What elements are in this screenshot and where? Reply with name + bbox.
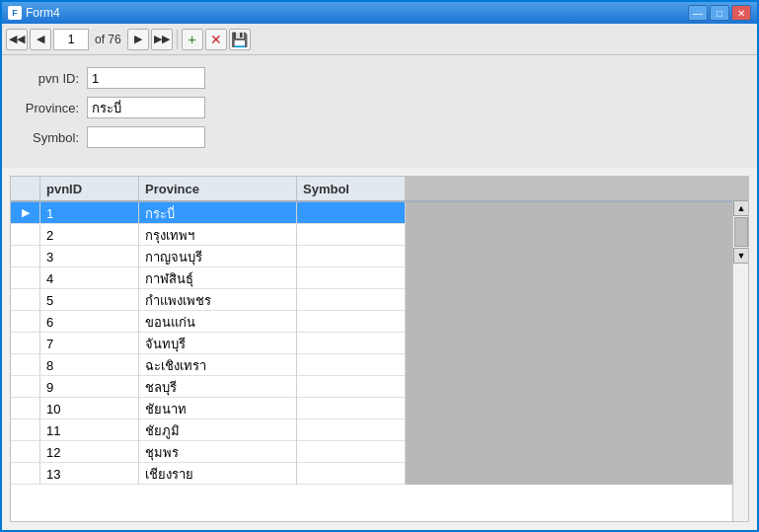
toolbar-separator xyxy=(177,30,178,49)
close-button[interactable]: ✕ xyxy=(731,5,751,21)
cell-rest xyxy=(406,354,748,376)
cell-province: กาญจนบุรี xyxy=(139,246,297,267)
cell-pvnid: 12 xyxy=(40,441,139,463)
cell-province: ชุมพร xyxy=(139,441,297,463)
cell-rest xyxy=(406,419,748,441)
table-row[interactable]: 10 ชัยนาท xyxy=(11,398,748,419)
cell-pvnid: 7 xyxy=(40,333,139,354)
table-row[interactable]: 8 ฉะเชิงเทรา xyxy=(11,354,748,376)
cell-province: กาฬสินธุ์ xyxy=(139,267,297,289)
cell-pvnid: 11 xyxy=(40,419,139,441)
province-column-header[interactable]: Province xyxy=(139,177,297,200)
maximize-button[interactable]: □ xyxy=(710,5,729,21)
window-controls: — □ ✕ xyxy=(688,5,751,21)
symbol-input[interactable] xyxy=(87,126,205,148)
cell-rest xyxy=(406,398,748,419)
cell-symbol xyxy=(297,289,406,311)
scroll-thumb[interactable] xyxy=(734,217,748,247)
grid-header: pvnID Province Symbol xyxy=(11,177,748,202)
symbol-row: Symbol: xyxy=(18,126,741,148)
grid-body[interactable]: ▶ 1 กระบี่ 2 กรุงเทพฯ 3 กาญจนบุรี 4 กาฬส… xyxy=(11,202,748,521)
cell-symbol xyxy=(297,463,406,485)
row-indicator xyxy=(11,333,40,353)
pvn-id-label: pvn ID: xyxy=(18,71,87,86)
delete-record-button[interactable]: ✕ xyxy=(205,29,227,50)
table-row[interactable]: 6 ขอนแก่น xyxy=(11,311,748,333)
prev-record-button[interactable]: ◀ xyxy=(30,29,51,50)
row-indicator xyxy=(11,311,40,332)
cell-rest xyxy=(406,333,748,354)
symbol-label: Symbol: xyxy=(18,130,87,145)
table-row[interactable]: 13 เชียงราย xyxy=(11,463,748,485)
cell-province: ชัยภูมิ xyxy=(139,419,297,441)
pvn-id-row: pvn ID: xyxy=(18,67,741,89)
cell-pvnid: 2 xyxy=(40,224,139,246)
symbol-column-header[interactable]: Symbol xyxy=(297,177,406,200)
cell-province: กรุงเทพฯ xyxy=(139,224,297,246)
pvnid-column-header[interactable]: pvnID xyxy=(40,177,139,200)
cell-pvnid: 3 xyxy=(40,246,139,267)
cell-pvnid: 6 xyxy=(40,311,139,333)
cell-symbol xyxy=(297,246,406,267)
toolbar: ◀◀ ◀ of 76 ▶ ▶▶ + ✕ 💾 xyxy=(2,24,757,55)
row-indicator xyxy=(11,224,40,245)
cell-symbol xyxy=(297,333,406,354)
first-record-button[interactable]: ◀◀ xyxy=(6,29,28,50)
save-button[interactable]: 💾 xyxy=(229,29,251,50)
add-record-button[interactable]: + xyxy=(182,29,203,50)
province-input[interactable] xyxy=(87,97,205,118)
window-title: Form4 xyxy=(26,6,60,20)
cell-rest xyxy=(406,441,748,463)
row-indicator xyxy=(11,354,40,375)
cell-pvnid: 1 xyxy=(40,202,139,224)
province-row: Province: xyxy=(18,97,741,118)
cell-rest xyxy=(406,202,748,224)
table-row[interactable]: 2 กรุงเทพฯ xyxy=(11,224,748,246)
cell-symbol xyxy=(297,419,406,441)
cell-province: ขอนแก่น xyxy=(139,311,297,333)
cell-pvnid: 9 xyxy=(40,376,139,398)
cell-symbol xyxy=(297,441,406,463)
last-record-button[interactable]: ▶▶ xyxy=(151,29,173,50)
table-row[interactable]: 3 กาญจนบุรี xyxy=(11,246,748,267)
total-records: of 76 xyxy=(91,33,125,46)
next-record-button[interactable]: ▶ xyxy=(127,29,149,50)
table-row[interactable]: 5 กำแพงเพชร xyxy=(11,289,748,311)
table-row[interactable]: ▶ 1 กระบี่ xyxy=(11,202,748,224)
row-indicator xyxy=(11,376,40,397)
scroll-up-button[interactable]: ▲ xyxy=(733,200,749,216)
table-row[interactable]: 12 ชุมพร xyxy=(11,441,748,463)
cell-province: กำแพงเพชร xyxy=(139,289,297,311)
cell-pvnid: 10 xyxy=(40,398,139,419)
minimize-button[interactable]: — xyxy=(688,5,708,21)
table-row[interactable]: 9 ชลบุรี xyxy=(11,376,748,398)
table-row[interactable]: 7 จันทบุรี xyxy=(11,333,748,354)
scroll-down-button[interactable]: ▼ xyxy=(733,248,749,264)
selector-column-header xyxy=(11,177,40,200)
province-label: Province: xyxy=(18,101,87,115)
row-indicator: ▶ xyxy=(11,202,40,223)
table-row[interactable]: 11 ชัยภูมิ xyxy=(11,419,748,441)
table-row[interactable]: 4 กาฬสินธุ์ xyxy=(11,267,748,289)
row-indicator xyxy=(11,289,40,310)
cell-rest xyxy=(406,224,748,246)
cell-symbol xyxy=(297,311,406,333)
row-indicator xyxy=(11,441,40,462)
cell-symbol xyxy=(297,398,406,419)
cell-rest xyxy=(406,289,748,311)
cell-rest xyxy=(406,267,748,289)
cell-symbol xyxy=(297,267,406,289)
cell-rest xyxy=(406,376,748,398)
record-number-input[interactable] xyxy=(53,29,89,50)
row-indicator xyxy=(11,398,40,418)
vertical-scrollbar[interactable]: ▲ ▼ xyxy=(732,200,748,521)
cell-rest xyxy=(406,463,748,485)
rest-column-header xyxy=(406,177,748,200)
row-indicator xyxy=(11,463,40,484)
grid-area: pvnID Province Symbol ▶ 1 กระบี่ 2 xyxy=(2,168,757,530)
pvn-id-input[interactable] xyxy=(87,67,205,89)
main-window: F Form4 — □ ✕ ◀◀ ◀ of 76 ▶ ▶▶ + ✕ 💾 pvn … xyxy=(0,0,759,532)
row-indicator xyxy=(11,246,40,266)
cell-province: ชัยนาท xyxy=(139,398,297,419)
cell-pvnid: 5 xyxy=(40,289,139,311)
